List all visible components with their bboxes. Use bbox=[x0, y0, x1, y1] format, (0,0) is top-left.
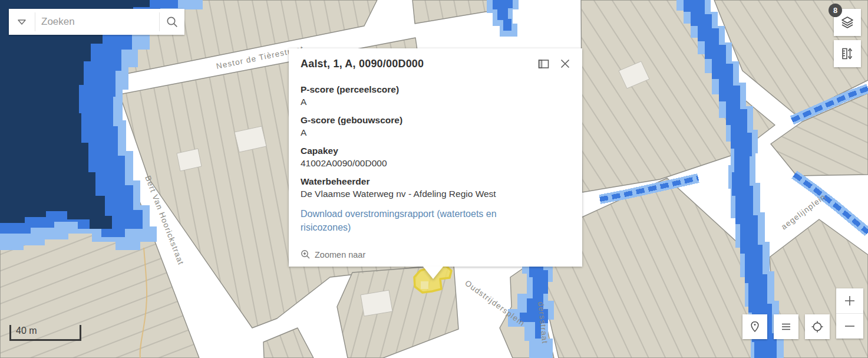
zoom-out-button[interactable] bbox=[836, 314, 863, 339]
field-label: G-score (gebouwscore) bbox=[301, 114, 570, 126]
field-value: De Vlaamse Waterweg nv - Afdeling Regio … bbox=[301, 188, 570, 200]
download-report-link[interactable]: Download overstromingsrapport (watertoet… bbox=[301, 207, 530, 234]
layer-count-badge: 8 bbox=[829, 4, 842, 17]
field-value: 41002A0090/00D000 bbox=[301, 157, 570, 169]
location-pin-icon bbox=[748, 320, 761, 333]
search-widget bbox=[9, 9, 184, 35]
plus-icon bbox=[844, 295, 856, 307]
popup-fields: P-score (perceelscore) A G-score (gebouw… bbox=[301, 83, 570, 200]
list-icon bbox=[780, 320, 793, 333]
zoom-controls bbox=[836, 288, 863, 339]
search-input[interactable] bbox=[35, 9, 159, 35]
close-icon bbox=[560, 58, 570, 69]
field-value: A bbox=[301, 96, 570, 108]
locate-button[interactable] bbox=[805, 314, 830, 339]
zoom-in-button[interactable] bbox=[836, 288, 863, 313]
magnifier-icon bbox=[165, 15, 179, 29]
legend-button[interactable] bbox=[774, 314, 798, 339]
zoom-to-action[interactable]: Zoomen naar bbox=[301, 249, 365, 260]
close-popup-button[interactable] bbox=[560, 58, 570, 69]
zoom-to-label: Zoomen naar bbox=[315, 250, 365, 260]
chevron-down-icon bbox=[15, 15, 28, 28]
popup-title: Aalst, 1, A, 0090/00D000 bbox=[301, 58, 538, 70]
magnifier-plus-icon bbox=[301, 249, 311, 260]
selected-parcel-inner bbox=[421, 281, 428, 289]
location-pin-button[interactable] bbox=[742, 314, 767, 339]
layers-icon bbox=[840, 15, 854, 29]
field-label: P-score (perceelscore) bbox=[301, 83, 570, 96]
popup-field: Capakey 41002A0090/00D000 bbox=[301, 144, 570, 169]
minus-icon bbox=[844, 320, 856, 332]
measure-button[interactable] bbox=[834, 40, 861, 67]
dock-icon bbox=[538, 59, 549, 69]
scale-bar-label: 40 m bbox=[11, 325, 80, 336]
search-source-dropdown[interactable] bbox=[9, 9, 35, 35]
popup-pointer bbox=[423, 267, 443, 279]
dock-popup-button[interactable] bbox=[538, 59, 549, 69]
field-label: Waterbeheerder bbox=[301, 175, 570, 188]
scale-bar: 40 m bbox=[9, 325, 81, 341]
crosshair-icon bbox=[810, 320, 824, 334]
popup-field: Waterbeheerder De Vlaamse Waterweg nv - … bbox=[301, 175, 570, 200]
field-value: A bbox=[301, 126, 570, 139]
field-label: Capakey bbox=[301, 144, 570, 157]
popup-field: G-score (gebouwscore) A bbox=[301, 114, 570, 139]
search-submit-button[interactable] bbox=[160, 9, 184, 35]
ruler-updown-icon bbox=[840, 47, 854, 61]
popup-field: P-score (perceelscore) A bbox=[301, 83, 570, 108]
feature-popup: Aalst, 1, A, 0090/00D000 P-score (percee… bbox=[289, 48, 582, 267]
